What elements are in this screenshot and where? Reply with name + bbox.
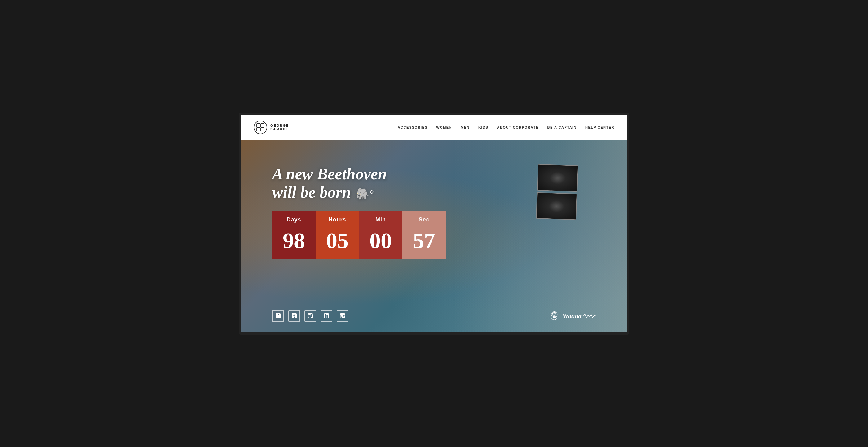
nav-accessories[interactable]: ACCESSORIES <box>398 126 428 129</box>
nav-women[interactable]: WOMEN <box>436 126 452 129</box>
browser-frame: GEORGE SAMUEL ACCESSORIES WOMEN MEN KIDS… <box>239 113 629 335</box>
waaaa-wave-icon <box>583 313 596 319</box>
countdown-timer: Days 98 Hours 05 Min 00 Sec 57 <box>272 211 446 259</box>
waaaa-baby-svg <box>548 310 560 322</box>
twitter-icon[interactable] <box>304 310 316 322</box>
svg-point-19 <box>553 312 555 313</box>
nav-about-corporate[interactable]: ABOUT CORPORATE <box>497 126 538 129</box>
svg-text:09/15: 09/15 <box>539 186 544 188</box>
svg-rect-3 <box>261 128 264 131</box>
svg-point-8 <box>555 173 557 175</box>
svg-point-6 <box>552 172 559 177</box>
svg-rect-11 <box>537 193 577 219</box>
logo-icon <box>254 121 267 134</box>
countdown-divider <box>411 226 437 226</box>
social-icons <box>272 310 348 322</box>
hero-section: SON 09/15 BPM:145 12w 3d <box>241 140 627 332</box>
svg-point-7 <box>557 175 562 179</box>
countdown-divider <box>324 226 350 226</box>
svg-text:BPM:145: BPM:145 <box>538 194 547 196</box>
ultrasound-images: SON 09/15 BPM:145 12w 3d <box>536 164 578 219</box>
svg-point-14 <box>553 202 556 205</box>
ultrasound-image-2: BPM:145 12w 3d <box>536 192 577 219</box>
countdown-divider <box>368 226 394 226</box>
hero-title: A new Beethoven will be born 🐘° <box>272 165 446 202</box>
svg-text:12w 3d: 12w 3d <box>538 215 544 217</box>
hero-content: A new Beethoven will be born 🐘° Days 98 … <box>272 165 446 259</box>
svg-point-13 <box>550 200 561 210</box>
svg-rect-1 <box>261 124 264 127</box>
tumblr-icon[interactable] <box>288 310 300 322</box>
countdown-hours: Hours 05 <box>316 211 359 259</box>
nav-help-center[interactable]: HELP CENTER <box>585 126 614 129</box>
waaaa-brand-logo: Waaaa <box>548 310 596 322</box>
site-header: GEORGE SAMUEL ACCESSORIES WOMEN MEN KIDS… <box>241 115 627 140</box>
logo-area[interactable]: GEORGE SAMUEL <box>254 121 289 134</box>
countdown-days: Days 98 <box>272 211 316 259</box>
linkedin-icon[interactable] <box>320 310 332 322</box>
ultrasound-image-1: SON 09/15 <box>537 164 578 192</box>
svg-rect-4 <box>537 165 578 191</box>
svg-rect-2 <box>257 128 260 131</box>
hero-right-image: SON 09/15 BPM:145 12w 3d <box>453 140 627 332</box>
main-nav: ACCESSORIES WOMEN MEN KIDS ABOUT CORPORA… <box>398 126 614 129</box>
svg-point-5 <box>548 169 567 183</box>
svg-point-21 <box>555 313 556 314</box>
svg-point-20 <box>553 313 554 314</box>
baby-elephant-icon: 🐘° <box>355 188 373 200</box>
countdown-divider <box>281 226 307 226</box>
nav-men[interactable]: MEN <box>461 126 470 129</box>
svg-rect-0 <box>257 124 260 127</box>
hero-footer: Waaaa <box>272 310 596 322</box>
svg-point-12 <box>547 198 565 214</box>
logo-text: GEORGE SAMUEL <box>270 124 289 131</box>
nav-kids[interactable]: KIDS <box>478 126 488 129</box>
nav-be-a-captain[interactable]: BE A CAPTAIN <box>547 126 577 129</box>
facebook-icon[interactable] <box>272 310 284 322</box>
countdown-sec: Sec 57 <box>402 211 446 259</box>
behance-icon[interactable] <box>337 310 348 322</box>
svg-text:SON: SON <box>540 166 543 168</box>
countdown-min: Min 00 <box>359 211 402 259</box>
